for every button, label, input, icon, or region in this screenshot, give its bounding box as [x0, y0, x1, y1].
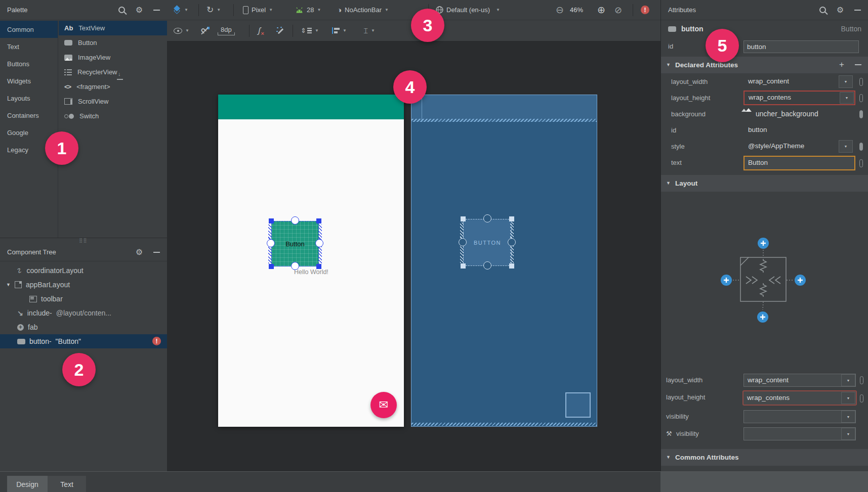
gear-icon[interactable] [136, 6, 143, 14]
palette-category-containers[interactable]: Containers [0, 107, 58, 124]
design-surface-selector[interactable] [173, 0, 188, 20]
warning-highlight-box[interactable]: Button [743, 156, 855, 170]
zoom-to-fit-button[interactable] [614, 0, 622, 20]
dropdown-icon[interactable] [840, 92, 854, 104]
attribute-row[interactable]: text Button [661, 155, 868, 173]
gear-icon[interactable] [837, 6, 844, 14]
tree-item-include[interactable]: include- @layout/conten... [0, 306, 167, 320]
constraint-pin-icon[interactable] [860, 394, 863, 402]
attribute-row[interactable]: id button [661, 122, 868, 139]
dropdown-icon[interactable] [841, 374, 855, 386]
palette-item-textview[interactable]: Ab TextView [59, 21, 167, 35]
constraint-pin-icon[interactable] [859, 159, 863, 167]
constraint-anchor[interactable] [483, 261, 491, 270]
show-errors-button[interactable] [641, 0, 649, 20]
palette-category-widgets[interactable]: Widgets [0, 72, 58, 90]
view-options-button[interactable] [174, 20, 189, 41]
dropdown-icon[interactable] [841, 411, 855, 423]
palette-item-fragment[interactable]: <> <fragment> [59, 79, 167, 94]
dropdown-icon[interactable] [841, 392, 855, 404]
constraint-widget[interactable] [661, 206, 868, 358]
remove-attribute-icon[interactable] [855, 64, 861, 65]
constraint-anchor[interactable] [459, 238, 467, 246]
palette-item-imageview[interactable]: ImageView [59, 50, 167, 65]
palette-category-layouts[interactable]: Layouts [0, 90, 58, 107]
splitter-handle[interactable]: ⣿⣿ [0, 238, 167, 243]
constraint-anchor[interactable] [315, 239, 323, 247]
clear-constraints-button[interactable] [258, 20, 261, 41]
palette-item-recyclerview[interactable]: RecyclerView [59, 65, 167, 79]
selected-button-widget[interactable]: Button [271, 221, 319, 266]
resize-handle[interactable] [509, 216, 514, 221]
add-attribute-icon[interactable] [839, 60, 844, 70]
palette-category-text[interactable]: Text [0, 38, 58, 55]
design-view-preview[interactable]: Button Hello World! ✉ [218, 95, 404, 427]
palette-item-switch[interactable]: Switch [59, 109, 167, 123]
infer-constraints-button[interactable] [276, 20, 284, 41]
tree-item-fab[interactable]: fab [0, 320, 167, 334]
constraint-pin-icon[interactable] [859, 78, 863, 86]
attribute-row[interactable]: style @style/AppTheme [661, 139, 868, 155]
visibility-select[interactable] [743, 410, 856, 423]
resize-handle[interactable] [461, 263, 466, 269]
gear-icon[interactable] [136, 248, 143, 256]
tab-text[interactable]: Text [48, 476, 86, 492]
default-margin-selector[interactable]: 8dp [218, 20, 235, 41]
fab-preview[interactable]: ✉ [370, 392, 397, 418]
tools-visibility-row[interactable]: visibility [661, 426, 868, 442]
attribute-row[interactable]: layout_width wrap_content [661, 74, 868, 90]
layout-height-select[interactable]: wrap_contens [742, 390, 857, 406]
minimize-icon[interactable] [153, 252, 160, 253]
resize-handle[interactable] [269, 264, 274, 269]
tab-design[interactable]: Design [7, 476, 48, 492]
visibility-row[interactable]: visibility [661, 409, 868, 425]
tools-visibility-select[interactable] [743, 427, 856, 440]
resize-handle[interactable] [316, 218, 321, 223]
minimize-icon[interactable] [854, 10, 861, 11]
declared-attributes-section-header[interactable]: Declared Attributes [661, 57, 868, 73]
layout-width-row[interactable]: layout_width wrap_content [661, 372, 868, 388]
blueprint-view-preview[interactable]: BUTTON [411, 95, 597, 427]
search-icon[interactable] [819, 7, 826, 13]
constraint-anchor[interactable] [267, 239, 275, 247]
layout-section-header[interactable]: Layout [661, 175, 868, 192]
zoom-out-button[interactable] [556, 0, 564, 20]
common-attributes-section-header[interactable]: Common Attributes [661, 449, 868, 466]
tree-item-button[interactable]: button- "Button" [0, 334, 167, 348]
dropdown-icon[interactable] [839, 140, 853, 153]
theme-selector[interactable]: NoActionBar [337, 0, 389, 20]
locale-selector[interactable]: Default (en-us) [436, 0, 500, 20]
resize-handle[interactable] [316, 264, 321, 269]
tree-item-toolbar[interactable]: toolbar [0, 292, 167, 306]
tree-item-coordinatorlayout[interactable]: coordinatorLayout [0, 263, 167, 278]
palette-item-button[interactable]: Button [59, 35, 167, 50]
constraint-pin-icon[interactable] [859, 94, 863, 102]
resize-handle[interactable] [509, 263, 514, 269]
palette-category-common[interactable]: Common [0, 21, 58, 38]
align-menu[interactable] [332, 20, 347, 41]
dropdown-icon[interactable] [839, 75, 853, 88]
expand-caret-icon[interactable] [6, 283, 11, 287]
distribute-menu[interactable] [363, 20, 375, 41]
selected-button-widget-blueprint[interactable]: BUTTON [463, 219, 512, 266]
attribute-row[interactable]: layout_height wrap_contens [661, 90, 868, 106]
layout-height-row[interactable]: layout_height wrap_contens [661, 389, 868, 408]
layout-width-select[interactable]: wrap_content [743, 374, 856, 387]
id-input[interactable]: button [743, 40, 859, 53]
attribute-row[interactable]: background uncher_background [661, 106, 868, 122]
device-selector[interactable]: Pixel [243, 0, 273, 20]
constraint-anchor[interactable] [483, 214, 491, 222]
constraint-anchor[interactable] [291, 262, 299, 270]
zoom-in-button[interactable] [597, 0, 605, 20]
search-icon[interactable] [118, 7, 125, 13]
api-version-selector[interactable]: 28 [295, 0, 321, 20]
constraint-pin-icon[interactable] [859, 143, 863, 151]
design-canvas[interactable]: Button Hello World! ✉ BUT [167, 41, 660, 471]
orientation-selector[interactable] [206, 0, 221, 20]
minimize-icon[interactable] [153, 10, 160, 11]
download-icon[interactable] [117, 72, 123, 80]
resize-handle[interactable] [269, 218, 274, 223]
palette-category-buttons[interactable]: Buttons [0, 55, 58, 72]
resize-handle[interactable] [461, 216, 466, 221]
constraint-anchor[interactable] [291, 216, 299, 225]
